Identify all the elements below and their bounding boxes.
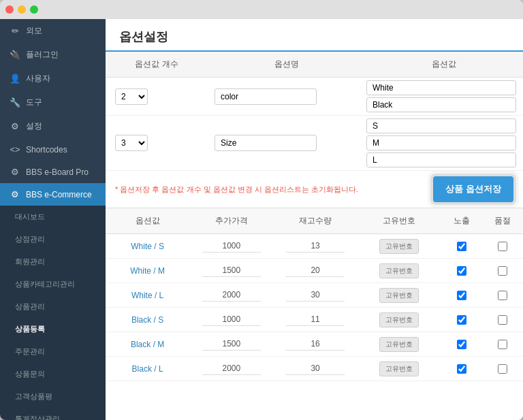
shortcodes-icon: <>	[10, 144, 20, 155]
variant-expose-checkbox-5[interactable]	[457, 364, 466, 374]
users-icon: 👤	[10, 74, 20, 84]
variant-price-cell-4	[189, 334, 273, 354]
variant-header-name: 옵션값	[106, 212, 189, 229]
variant-name-5: Black / L	[106, 361, 189, 377]
variant-soldout-checkbox-3[interactable]	[498, 315, 507, 325]
maximize-button[interactable]	[30, 5, 38, 14]
variant-price-input-1[interactable]	[202, 264, 261, 277]
close-button[interactable]	[5, 5, 14, 14]
variant-expose-cell-3	[441, 312, 482, 328]
variant-expose-checkbox-3[interactable]	[457, 315, 466, 325]
variant-uid-button-2[interactable]: 고유번호	[379, 288, 419, 303]
orders-label: 주문관리	[15, 346, 45, 357]
variant-soldout-cell-3	[482, 312, 523, 328]
sidebar-item-inquiries[interactable]: 상품문의	[0, 363, 106, 385]
content-area: 옵션값 개수 옵션명 옵션값 1 2 3 4 5	[106, 52, 523, 420]
option-values-cell-0	[360, 78, 523, 115]
option-name-input-0[interactable]	[215, 88, 317, 105]
settings-icon: ⚙	[10, 121, 20, 131]
variant-price-cell-2	[189, 285, 273, 305]
variant-stock-input-4[interactable]	[286, 338, 345, 351]
variant-row-3: Black / S 고유번호	[106, 308, 523, 332]
variant-stock-input-0[interactable]	[286, 240, 345, 253]
sidebar-item-plugins[interactable]: 🔌 플러그인	[0, 43, 106, 67]
variant-uid-button-4[interactable]: 고유번호	[379, 337, 419, 352]
stats-label: 통계정산관리	[15, 414, 60, 420]
sidebar-item-reviews[interactable]: 고객상품평	[0, 385, 106, 408]
variant-expose-cell-4	[441, 336, 482, 353]
variant-uid-cell-5: 고유번호	[358, 358, 441, 380]
option-value-input-0-0[interactable]	[366, 80, 516, 95]
sidebar-item-settings[interactable]: ⚙ 설정	[0, 114, 106, 138]
variant-soldout-checkbox-2[interactable]	[498, 291, 507, 300]
variant-uid-cell-1: 고유번호	[358, 260, 441, 282]
variant-row-2: White / L 고유번호	[106, 283, 523, 308]
option-count-select-1[interactable]: 1 2 3 4 5	[115, 135, 148, 151]
option-name-input-1[interactable]	[215, 135, 317, 151]
variant-soldout-checkbox-5[interactable]	[498, 364, 507, 374]
sidebar-item-members[interactable]: 회원관리	[0, 251, 106, 273]
sidebar-item-stats[interactable]: 통계정산관리	[0, 408, 106, 420]
sidebar-item-categories[interactable]: 상품카테고리관리	[0, 273, 106, 295]
sidebar-item-dashboard[interactable]: 대시보드	[0, 206, 106, 228]
variant-stock-input-1[interactable]	[286, 264, 345, 277]
variant-price-input-0[interactable]	[202, 240, 261, 253]
variant-stock-input-5[interactable]	[286, 362, 345, 375]
option-value-input-1-2[interactable]	[366, 152, 516, 167]
variant-stock-cell-0	[274, 236, 358, 256]
variant-expose-cell-0	[441, 238, 482, 255]
variant-price-input-3[interactable]	[202, 313, 261, 326]
variant-price-cell-3	[189, 310, 273, 329]
variant-price-input-2[interactable]	[202, 289, 261, 302]
variant-price-input-5[interactable]	[202, 362, 261, 375]
variant-expose-checkbox-2[interactable]	[457, 291, 466, 300]
sidebar-item-appearance[interactable]: ✏ 외모	[0, 19, 106, 43]
sidebar-item-shop[interactable]: 상점관리	[0, 228, 106, 251]
variant-uid-button-1[interactable]: 고유번호	[379, 263, 419, 278]
sidebar-item-product-register[interactable]: 상품등록	[0, 318, 106, 340]
variant-expose-checkbox-1[interactable]	[457, 266, 466, 276]
variant-soldout-checkbox-4[interactable]	[498, 340, 507, 349]
sidebar-label-settings: 설정	[26, 120, 42, 132]
option-value-input-1-1[interactable]	[366, 135, 516, 150]
variant-header-price: 추가가격	[189, 212, 273, 229]
variant-stock-input-2[interactable]	[286, 289, 345, 302]
sidebar-label-shortcodes: Shortcodes	[26, 145, 67, 155]
variant-expose-cell-5	[441, 361, 482, 377]
variant-header-soldout: 품절	[482, 212, 523, 229]
variant-uid-button-3[interactable]: 고유번호	[379, 312, 419, 327]
variant-stock-input-3[interactable]	[286, 313, 345, 326]
sidebar-item-ecommerce[interactable]: ⚙ BBS e-Commerce	[0, 183, 106, 206]
products-label: 상품관리	[15, 302, 45, 312]
app-window: ✏ 외모 🔌 플러그인 👤 사용자 🔧 도구 ⚙ 설정 <> Shortcod	[0, 0, 523, 420]
variant-row-5: Black / L 고유번호	[106, 357, 523, 381]
option-value-input-0-1[interactable]	[366, 97, 516, 112]
save-notice: * 옵션저장 후 옵션값 개수 및 옵션값 변경 시 옵션리스트는 초기화됩니다…	[115, 184, 358, 195]
variant-uid-cell-4: 고유번호	[358, 334, 441, 355]
sidebar: ✏ 외모 🔌 플러그인 👤 사용자 🔧 도구 ⚙ 설정 <> Shortcod	[0, 19, 106, 420]
sidebar-item-products[interactable]: 상품관리	[0, 295, 106, 318]
variant-price-cell-0	[189, 236, 273, 256]
variant-name-1: White / M	[106, 263, 189, 279]
sidebar-item-eboard[interactable]: ⚙ BBS e-Board Pro	[0, 161, 106, 183]
variant-soldout-checkbox-1[interactable]	[498, 266, 507, 276]
sidebar-item-shortcodes[interactable]: <> Shortcodes	[0, 138, 106, 161]
variant-uid-button-5[interactable]: 고유번호	[379, 361, 419, 376]
option-count-select-0[interactable]: 1 2 3 4 5	[115, 88, 148, 105]
variant-stock-cell-2	[274, 285, 358, 305]
variant-soldout-cell-5	[482, 361, 523, 377]
sidebar-item-tools[interactable]: 🔧 도구	[0, 91, 106, 114]
variant-expose-checkbox-4[interactable]	[457, 340, 466, 349]
sidebar-item-users[interactable]: 👤 사용자	[0, 67, 106, 91]
sidebar-item-orders[interactable]: 주문관리	[0, 340, 106, 363]
variant-soldout-checkbox-0[interactable]	[498, 242, 507, 251]
variant-expose-checkbox-0[interactable]	[457, 242, 466, 251]
variant-uid-button-0[interactable]: 고유번호	[379, 239, 419, 254]
variant-expose-cell-1	[441, 263, 482, 279]
minimize-button[interactable]	[18, 5, 26, 14]
option-value-input-1-0[interactable]	[366, 118, 516, 133]
plugins-icon: 🔌	[10, 50, 20, 60]
variant-stock-cell-1	[274, 261, 358, 280]
variant-price-input-4[interactable]	[202, 338, 261, 351]
save-options-button[interactable]: 상품 옵션저장	[433, 176, 513, 202]
